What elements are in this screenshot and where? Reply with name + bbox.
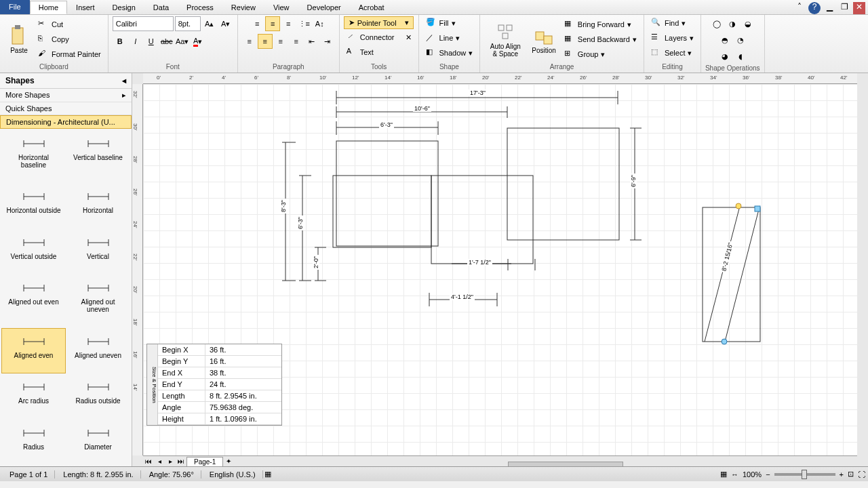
send-backward-button[interactable]: ▦Send Backward ▾ bbox=[561, 33, 639, 46]
page-tab-1[interactable]: Page-1 bbox=[186, 457, 223, 466]
more-shapes-item[interactable]: More Shapes▸ bbox=[0, 89, 132, 102]
shape-item-7[interactable]: Aligned out uneven bbox=[66, 274, 130, 327]
subtract-icon[interactable]: ◑ bbox=[725, 16, 740, 31]
trim-icon[interactable]: ◕ bbox=[717, 49, 732, 64]
size-pos-row[interactable]: Height1 ft. 1.0969 in. bbox=[158, 413, 281, 425]
offset-icon[interactable]: ◖ bbox=[733, 49, 748, 64]
case-icon[interactable]: Aa▾ bbox=[175, 34, 190, 49]
bold-icon[interactable]: B bbox=[113, 34, 127, 49]
union-icon[interactable]: ◯ bbox=[709, 16, 724, 31]
minimize-icon[interactable]: ▁ bbox=[823, 2, 835, 14]
shape-item-4[interactable]: Vertical outside bbox=[1, 229, 66, 274]
collapse-icon[interactable]: ◂ bbox=[122, 76, 126, 85]
shape-item-1[interactable]: Vertical baseline bbox=[66, 130, 130, 183]
size-position-window[interactable]: Size & Position Begin X36 ft.Begin Y16 f… bbox=[146, 344, 282, 426]
zoom-level[interactable]: 100% bbox=[743, 470, 762, 479]
tab-data[interactable]: Data bbox=[144, 1, 178, 14]
fragment-icon[interactable]: ◔ bbox=[733, 33, 748, 47]
tab-review[interactable]: Review bbox=[222, 1, 264, 14]
bullets-icon[interactable]: ⋮≡ bbox=[296, 16, 311, 31]
text-tool-button[interactable]: AText bbox=[344, 45, 376, 59]
format-painter-button[interactable]: 🖌Format Painter bbox=[35, 47, 104, 61]
size-pos-row[interactable]: Begin Y16 ft. bbox=[158, 356, 281, 367]
zoom-slider[interactable] bbox=[774, 473, 835, 476]
shape-item-3[interactable]: Horizontal bbox=[66, 183, 130, 228]
shape-item-9[interactable]: Aligned uneven bbox=[66, 328, 130, 373]
layers-button[interactable]: ☰Layers ▾ bbox=[648, 31, 696, 45]
shape-item-6[interactable]: Aligned out even bbox=[1, 274, 66, 327]
shape-item-12[interactable]: Radius bbox=[1, 420, 66, 465]
select-button[interactable]: ⬚Select ▾ bbox=[648, 46, 695, 60]
restore-icon[interactable]: ❐ bbox=[838, 2, 850, 14]
tab-design[interactable]: Design bbox=[104, 1, 144, 14]
size-pos-handle[interactable]: Size & Position bbox=[147, 344, 158, 425]
align-left-icon[interactable]: ≡ bbox=[242, 34, 257, 49]
align-right-icon[interactable]: ≡ bbox=[273, 34, 288, 49]
tab-acrobat[interactable]: Acrobat bbox=[350, 1, 393, 14]
shape-item-0[interactable]: Horizontal baseline bbox=[1, 130, 66, 183]
page-first-icon[interactable]: ⏮ bbox=[143, 458, 154, 465]
indent-dec-icon[interactable]: ⇤ bbox=[304, 34, 319, 49]
auto-align-button[interactable]: Auto Align & Space bbox=[484, 20, 526, 59]
intersect-icon[interactable]: ◒ bbox=[741, 16, 755, 31]
status-language[interactable]: English (U.S.) bbox=[203, 470, 263, 479]
canvas[interactable]: 17'-3" 10'-6" 6'-3" 8'-3" 6'-3" 2'-0" 1'… bbox=[143, 84, 857, 455]
macro-icon[interactable]: ▦ bbox=[264, 470, 271, 479]
bring-forward-button[interactable]: ▦Bring Forward ▾ bbox=[561, 18, 639, 31]
grow-font-icon[interactable]: A▴ bbox=[202, 16, 217, 31]
connector-button[interactable]: ⟋Connector✕ bbox=[344, 30, 414, 44]
group-button[interactable]: ⊞Group ▾ bbox=[561, 47, 639, 61]
font-size-combo[interactable] bbox=[175, 16, 201, 31]
stencil-item[interactable]: Dimensioning - Architectural (U... bbox=[0, 115, 132, 129]
page-next-icon[interactable]: ▸ bbox=[165, 458, 176, 465]
fill-button[interactable]: 🪣Fill ▾ bbox=[423, 16, 458, 30]
tab-developer[interactable]: Developer bbox=[298, 1, 350, 14]
minimize-ribbon-icon[interactable]: ˄ bbox=[793, 2, 806, 14]
shadow-button[interactable]: ◧Shadow ▾ bbox=[423, 46, 476, 60]
position-button[interactable]: Position bbox=[528, 24, 560, 56]
size-pos-row[interactable]: Begin X36 ft. bbox=[158, 344, 281, 356]
combine-icon[interactable]: ◓ bbox=[717, 33, 732, 47]
selected-shape[interactable] bbox=[703, 203, 760, 344]
indent-inc-icon[interactable]: ⇥ bbox=[320, 34, 335, 49]
shape-item-13[interactable]: Diameter bbox=[66, 420, 130, 465]
new-page-icon[interactable]: ✦ bbox=[223, 458, 234, 465]
page-width-icon[interactable]: ↔ bbox=[731, 470, 738, 479]
underline-icon[interactable]: U bbox=[144, 34, 159, 49]
full-screen-icon[interactable]: ⛶ bbox=[858, 470, 865, 479]
size-pos-row[interactable]: End X38 ft. bbox=[158, 367, 281, 379]
tab-view[interactable]: View bbox=[264, 1, 298, 14]
pointer-tool-button[interactable]: ➤Pointer Tool▾ bbox=[344, 16, 414, 29]
tab-file[interactable]: File bbox=[0, 0, 30, 14]
size-pos-row[interactable]: End Y24 ft. bbox=[158, 379, 281, 390]
justify-icon[interactable]: ≡ bbox=[289, 34, 304, 49]
strike-icon[interactable]: abc bbox=[159, 34, 174, 49]
page-prev-icon[interactable]: ◂ bbox=[154, 458, 165, 465]
font-color-icon[interactable]: A▾ bbox=[191, 34, 205, 49]
line-button[interactable]: ／Line ▾ bbox=[423, 31, 463, 45]
shape-item-11[interactable]: Radius outside bbox=[66, 373, 130, 419]
shape-item-10[interactable]: Arc radius bbox=[1, 373, 66, 419]
tab-home[interactable]: Home bbox=[30, 1, 67, 14]
zoom-out-icon[interactable]: − bbox=[766, 470, 770, 479]
fit-page-icon[interactable]: ⊡ bbox=[848, 470, 854, 479]
paste-button[interactable]: Paste bbox=[4, 24, 34, 56]
shape-item-8[interactable]: Aligned even bbox=[1, 328, 66, 373]
size-pos-row[interactable]: Angle75.9638 deg. bbox=[158, 402, 281, 413]
text-direction-icon[interactable]: A↕ bbox=[312, 16, 327, 31]
close-icon[interactable]: ✕ bbox=[853, 2, 865, 14]
align-bottom-icon[interactable]: ≡ bbox=[281, 16, 296, 31]
presentation-mode-icon[interactable]: ▦ bbox=[720, 470, 727, 479]
size-pos-row[interactable]: Length8 ft. 2.9545 in. bbox=[158, 390, 281, 402]
copy-button[interactable]: ⎘Copy bbox=[35, 33, 104, 46]
font-family-combo[interactable] bbox=[113, 16, 174, 31]
italic-icon[interactable]: I bbox=[128, 34, 143, 49]
find-button[interactable]: 🔍Find ▾ bbox=[648, 16, 688, 30]
shrink-font-icon[interactable]: A▾ bbox=[218, 16, 233, 31]
delete-icon[interactable]: ✕ bbox=[406, 33, 412, 42]
shape-item-2[interactable]: Horizontal outside bbox=[1, 183, 66, 228]
zoom-in-icon[interactable]: + bbox=[840, 470, 844, 479]
cut-button[interactable]: ✂Cut bbox=[35, 18, 104, 31]
tab-insert[interactable]: Insert bbox=[67, 1, 104, 14]
help-icon[interactable]: ? bbox=[808, 2, 821, 14]
